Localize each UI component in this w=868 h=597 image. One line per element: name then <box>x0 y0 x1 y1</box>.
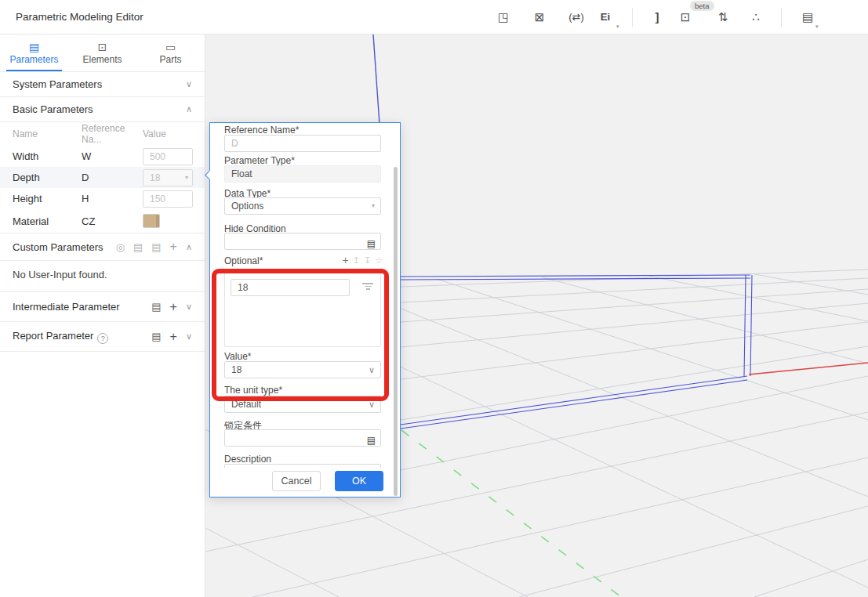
unit-type-selected: Default <box>231 399 261 410</box>
chevron-down-icon: ∨ <box>369 362 375 378</box>
toolbar-divider <box>632 8 633 27</box>
add-parameter-icon[interactable]: + <box>170 240 177 254</box>
parameter-type-field: Float <box>224 165 381 183</box>
reference-name-label: Reference Name* <box>224 125 299 136</box>
chevron-down-icon: ∨ <box>369 396 375 412</box>
chevron-down-icon[interactable]: ∨ <box>186 79 192 89</box>
lock-condition-input[interactable]: ▤ <box>224 429 381 447</box>
parameter-type-label: Parameter Type* <box>224 155 295 166</box>
filter-icon[interactable] <box>362 283 373 291</box>
section-custom-parameters[interactable]: Custom Parameters ◎ ▤ ▤ + ∧ <box>0 233 205 261</box>
param-name: Height <box>13 193 82 204</box>
ok-button[interactable]: OK <box>335 471 383 491</box>
cancel-button[interactable]: Cancel <box>272 471 321 491</box>
export-caret-icon[interactable]: ▾ <box>815 24 819 30</box>
header-value: Value <box>143 128 205 139</box>
z-axis <box>373 34 380 124</box>
intermediate-parameter-title: Intermediate Parameter <box>13 301 151 313</box>
tab-parts-label: Parts <box>159 54 181 65</box>
toolbar-divider-2 <box>781 8 782 27</box>
top-bar: Parametric Modeling Editor ◳ ⊠ (⇄) Ei ▾ … <box>0 0 868 34</box>
description-label: Description <box>224 454 271 465</box>
bracket-icon[interactable]: ] <box>648 9 666 25</box>
target-icon[interactable]: ◎ <box>116 241 125 253</box>
cube-beta-icon[interactable]: ⊡ <box>676 9 695 25</box>
optional-label: Optional* <box>224 255 263 266</box>
add-parameter-icon[interactable]: + <box>170 330 177 344</box>
pattern-icon[interactable]: ⊠ <box>530 9 549 25</box>
import-doc-icon[interactable]: ▤ <box>151 301 161 313</box>
chevron-down-icon[interactable]: ∨ <box>186 331 192 342</box>
tab-parameters[interactable]: ▤ Parameters <box>0 34 68 71</box>
formula-icon[interactable]: ▤ <box>367 432 376 448</box>
section-report-parameter[interactable]: Report Parameter? ▤ + ∨ <box>0 322 205 352</box>
sync-icon[interactable]: ⇅ <box>714 9 732 25</box>
tab-parts[interactable]: ▭ Parts <box>136 34 205 71</box>
data-type-select[interactable]: Options▾ <box>224 197 381 215</box>
value-select[interactable]: 18∨ <box>224 361 381 378</box>
material-swatch[interactable] <box>143 214 160 228</box>
param-ref: CZ <box>82 215 143 227</box>
section-basic-parameters[interactable]: Basic Parameters ∧ <box>0 97 205 122</box>
section-system-parameters[interactable]: System Parameters ∨ <box>0 72 205 97</box>
param-name: Width <box>13 150 82 162</box>
parts-folder-icon: ▭ <box>165 41 176 53</box>
move-up-icon[interactable]: ↥ <box>353 255 360 266</box>
chevron-down-icon[interactable]: ∨ <box>186 302 192 312</box>
chevron-up-icon[interactable]: ∧ <box>186 104 192 114</box>
header-name: Name <box>13 128 82 139</box>
param-name: Depth <box>13 172 82 183</box>
hide-condition-input[interactable]: ▤ <box>224 233 381 250</box>
export-doc-icon[interactable]: ▤ <box>798 9 817 25</box>
sidebar: ▤ Parameters ⊡ Elements ▭ Parts System P… <box>0 34 205 597</box>
import-doc-icon[interactable]: ▤ <box>133 241 143 253</box>
param-ref: H <box>82 193 143 204</box>
custom-parameters-title: Custom Parameters <box>13 241 116 253</box>
dialog-scrollbar[interactable] <box>394 167 398 496</box>
option-value-input[interactable]: 18 <box>231 279 350 296</box>
data-type-value: Options <box>231 201 263 212</box>
beta-badge: beta <box>690 1 714 11</box>
depth-value: 18 <box>150 172 160 183</box>
param-table-header: Name Reference Na... Value <box>0 122 205 146</box>
depth-value-select[interactable]: 18▾ <box>143 169 193 186</box>
x-axis <box>749 363 868 374</box>
param-row-depth: Depth D 18▾ <box>0 167 205 188</box>
basic-parameters-title: Basic Parameters <box>13 103 186 115</box>
model-cube-icon[interactable]: ◳ <box>494 9 513 25</box>
export-doc-icon[interactable]: ▤ <box>151 241 161 253</box>
select-caret-icon: ▾ <box>185 170 188 186</box>
panel-wireframe <box>401 275 752 429</box>
parameters-doc-icon: ▤ <box>29 41 39 53</box>
share-icon[interactable]: ∴ <box>746 9 765 25</box>
chevron-up-icon[interactable]: ∧ <box>186 242 192 252</box>
tab-elements[interactable]: ⊡ Elements <box>68 34 136 71</box>
select-caret-icon: ▾ <box>372 198 375 214</box>
add-option-icon[interactable]: + <box>343 254 349 266</box>
list-caret-icon[interactable]: ▾ <box>616 24 619 30</box>
favorite-icon[interactable]: ☆ <box>375 255 383 266</box>
system-parameters-title: System Parameters <box>13 78 186 90</box>
custom-empty-message: No User-Input found. <box>0 261 205 292</box>
parameter-edit-dialog: Reference Name* D Parameter Type* Float … <box>209 122 401 498</box>
report-parameter-title: Report Parameter? <box>13 330 151 344</box>
swap-icon[interactable]: (⇄) <box>563 9 590 25</box>
tab-elements-label: Elements <box>82 54 122 65</box>
help-icon[interactable]: ? <box>97 333 108 344</box>
list-detail-icon[interactable]: Ei <box>596 9 615 25</box>
move-down-icon[interactable]: ↧ <box>364 255 371 266</box>
reference-name-input[interactable]: D <box>224 135 381 152</box>
section-intermediate-parameter[interactable]: Intermediate Parameter ▤ + ∨ <box>0 292 205 322</box>
unit-type-select[interactable]: Default∨ <box>224 396 381 413</box>
header-reference-name: Reference Na... <box>82 123 143 145</box>
height-value-input[interactable]: 150 <box>143 190 193 208</box>
formula-icon[interactable]: ▤ <box>367 236 376 251</box>
page-title: Parametric Modeling Editor <box>16 0 143 34</box>
elements-layers-icon: ⊡ <box>98 41 107 53</box>
param-row-width: Width W 500 <box>0 146 205 167</box>
width-value-input[interactable]: 500 <box>143 148 193 165</box>
sidebar-tabs: ▤ Parameters ⊡ Elements ▭ Parts <box>0 34 205 72</box>
add-parameter-icon[interactable]: + <box>170 300 177 314</box>
param-row-material: Material CZ <box>0 209 205 233</box>
import-doc-icon[interactable]: ▤ <box>151 331 161 342</box>
